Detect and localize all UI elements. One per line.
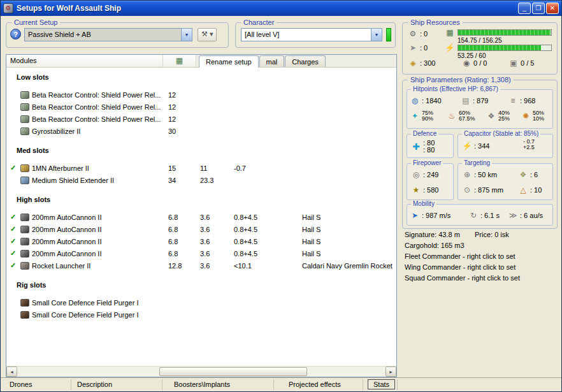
- module-pg: 3.6: [200, 226, 234, 233]
- em-resist-icon: ✦: [410, 112, 420, 120]
- tab-stats[interactable]: Stats: [368, 379, 395, 389]
- tab-projected-effects[interactable]: Projected effects: [289, 381, 341, 388]
- module-row[interactable]: ✓ Rocket Launcher II 12.8 3.6 <10.1 Cald…: [6, 259, 396, 272]
- module-name: 200mm AutoCannon II: [32, 214, 168, 221]
- tab-normal[interactable]: mal: [259, 55, 285, 67]
- shield-icon: ◍: [410, 96, 420, 105]
- module-cpu: 6.8: [168, 250, 200, 258]
- minimize-button[interactable]: _: [518, 3, 531, 14]
- horizontal-scrollbar[interactable]: ◄ ►: [6, 366, 396, 377]
- module-row[interactable]: Small Core Defence Field Purger I: [6, 309, 396, 321]
- module-pg: 3.6: [200, 262, 234, 270]
- capacitor-value: : 344: [474, 142, 489, 150]
- thermal-resist: ♨ 60%67.5%: [447, 110, 475, 122]
- module-row[interactable]: ✓ 200mm AutoCannon II 6.8 3.6 0.8+4.5 Ha…: [6, 223, 396, 235]
- module-range: 0.8+4.5: [234, 238, 302, 245]
- hitpoints-box: Hitpoints (Effective HP: 6,867) ◍ : 1840…: [407, 89, 553, 129]
- setup-tools-button[interactable]: ⚒ ▾: [198, 28, 217, 41]
- align-time-value: : 6.1 s: [480, 212, 500, 219]
- module-range: <10.1: [234, 262, 302, 270]
- module-range: 0.8+4.5: [234, 226, 302, 233]
- setup-select-value: Passive Shield + AB: [25, 29, 181, 41]
- module-name: Beta Reactor Control: Shield Power Rel..…: [32, 115, 168, 123]
- module-row[interactable]: Beta Reactor Control: Shield Power Rel..…: [6, 113, 396, 125]
- close-button[interactable]: ✕: [546, 3, 559, 14]
- module-icon: [20, 262, 29, 270]
- chevron-down-icon[interactable]: ▼: [181, 29, 192, 41]
- cpu-column-header[interactable]: ▦: [163, 55, 196, 67]
- character-select[interactable]: [All level V] ▼: [241, 28, 382, 41]
- defence-box: Defence ✚ : 80: 80: [407, 134, 454, 158]
- module-name: Beta Reactor Control: Shield Power Rel..…: [32, 103, 168, 111]
- modules-column-header[interactable]: Modules: [6, 55, 163, 67]
- bottom-tab-bar: Drones Description Boosters\Implants Pro…: [1, 377, 561, 391]
- firepower-box: Firepower ◎ : 249 ★ : 580: [407, 163, 454, 200]
- module-row[interactable]: ✓ 200mm AutoCannon II 6.8 3.6 0.8+4.5 Ha…: [6, 235, 396, 247]
- rig-capacity-value: 0 / 5: [521, 59, 534, 67]
- module-name: Rocket Launcher II: [32, 262, 168, 270]
- app-icon: ⚙: [3, 3, 13, 13]
- tab-description[interactable]: Description: [77, 381, 112, 388]
- explosive-resist: ✺ 50%10%: [521, 110, 544, 122]
- tab-drones[interactable]: Drones: [10, 381, 32, 388]
- module-icon: [20, 299, 29, 307]
- tab-boosters-implants[interactable]: Boosters\Implants: [174, 381, 230, 388]
- module-row[interactable]: Beta Reactor Control: Shield Power Rel..…: [6, 89, 396, 101]
- scroll-right-button[interactable]: ►: [385, 367, 396, 377]
- module-charge: Hail S: [302, 250, 396, 258]
- restore-button[interactable]: ❐: [532, 3, 545, 14]
- setup-tabs: Rename setup mal Charges: [196, 55, 396, 67]
- module-row[interactable]: Gyrostabilizer II 30: [6, 125, 396, 137]
- warp-icon: ≫: [508, 211, 518, 220]
- ship-resources-label: Ship Resources: [408, 18, 463, 26]
- wing-commander-text[interactable]: Wing Commander - right click to set: [405, 263, 515, 271]
- powergrid-bar: [458, 45, 552, 51]
- active-check-icon: ✓: [10, 164, 20, 172]
- module-row[interactable]: Small Core Defence Field Purger I: [6, 296, 396, 309]
- armor-hp-value: : 879: [473, 97, 488, 105]
- defence-stats: ✚ : 80: 80: [411, 140, 435, 154]
- module-row[interactable]: ✓ 1MN Afterburner II 15 11 -0.7: [6, 162, 396, 174]
- volley-icon: ◎: [411, 170, 421, 179]
- cpu-usage-text: 154.75 / 156.25: [458, 37, 502, 44]
- tab-charges[interactable]: Charges: [285, 55, 326, 67]
- scroll-left-button[interactable]: ◄: [6, 367, 17, 377]
- launcher-hardpoints: ➤ : 0: [408, 43, 428, 52]
- rig-capacity: ▣ 0 / 5: [508, 59, 534, 68]
- explosive-armor-resist: 10%: [533, 116, 544, 122]
- module-name: 1MN Afterburner II: [32, 164, 168, 172]
- character-select-value: [All level V]: [241, 29, 371, 41]
- em-resist: ✦ 75%90%: [410, 110, 433, 122]
- calibration-value: : 300: [420, 59, 435, 67]
- help-icon[interactable]: ?: [10, 29, 21, 40]
- turret-icon: ⚙: [408, 29, 418, 38]
- warp-speed-value: : 6 au/s: [520, 212, 543, 219]
- module-row[interactable]: ✓ 200mm AutoCannon II 6.8 3.6 0.8+4.5 Ha…: [6, 247, 396, 259]
- module-row[interactable]: ✓ 200mm AutoCannon II 6.8 3.6 0.8+4.5 Ha…: [6, 211, 396, 223]
- module-icon: [20, 103, 29, 111]
- module-row[interactable]: Beta Reactor Control: Shield Power Rel..…: [6, 101, 396, 113]
- fleet-commander-text[interactable]: Fleet Commander - right click to set: [405, 252, 515, 260]
- align-icon: ↻: [468, 211, 479, 220]
- ship-resources-group: Ship Resources ⚙ : 0 ➤ : 0 ◈ : 300 ▦ 154…: [402, 22, 558, 75]
- max-velocity: ➤ : 987 m/s: [410, 211, 450, 220]
- active-check-icon: ✓: [10, 237, 20, 245]
- firepower-label: Firepower: [411, 159, 443, 166]
- character-label: Character: [241, 18, 277, 26]
- sensor-icon: △: [518, 185, 528, 194]
- chevron-down-icon[interactable]: ▼: [371, 29, 382, 41]
- module-cpu: 12.8: [168, 262, 200, 270]
- scrollbar-thumb[interactable]: [159, 367, 307, 376]
- titlebar[interactable]: ⚙ Setups for Wolf Assault Ship _ ❐ ✕: [1, 1, 561, 16]
- tab-rename-setup[interactable]: Rename setup: [199, 55, 259, 68]
- module-icon: [20, 311, 29, 319]
- module-row[interactable]: Medium Shield Extender II 34 23.3: [6, 174, 396, 186]
- eft-window: ⚙ Setups for Wolf Assault Ship _ ❐ ✕ Cur…: [0, 0, 562, 392]
- setup-select[interactable]: Passive Shield + AB ▼: [24, 28, 192, 41]
- launcher-hardpoints-value: : 0: [420, 44, 428, 52]
- scan-resolution-value: : 875 mm: [474, 186, 503, 194]
- thermal-armor-resist: 67.5%: [459, 116, 475, 122]
- squad-commander-text[interactable]: Squad Commander - right click to set: [405, 274, 520, 282]
- module-icon: [20, 127, 29, 135]
- module-cpu: 6.8: [168, 214, 200, 221]
